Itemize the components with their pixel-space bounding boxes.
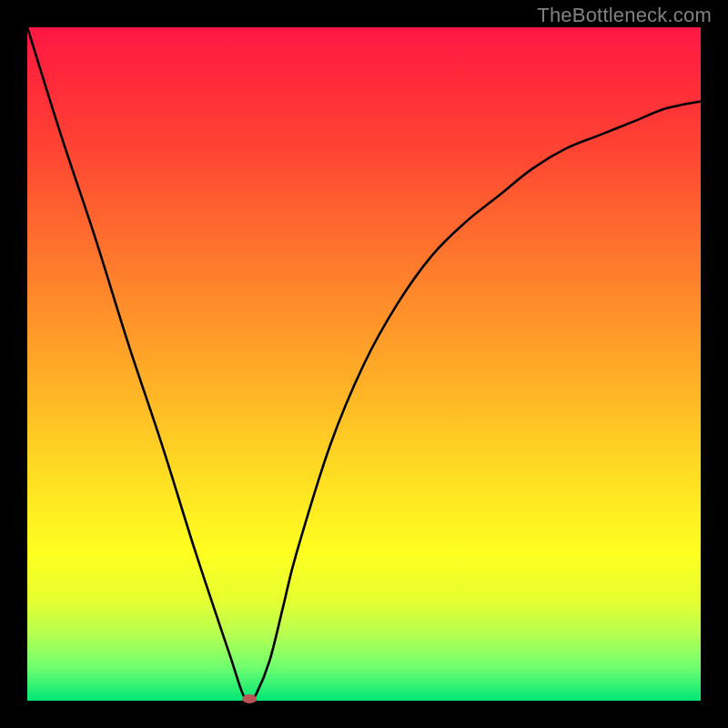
optimal-point-marker [242, 694, 257, 703]
watermark-text: TheBottleneck.com [537, 4, 712, 27]
chart-plot-area [27, 27, 701, 701]
bottleneck-curve [27, 27, 701, 701]
chart-frame: TheBottleneck.com [0, 0, 728, 728]
